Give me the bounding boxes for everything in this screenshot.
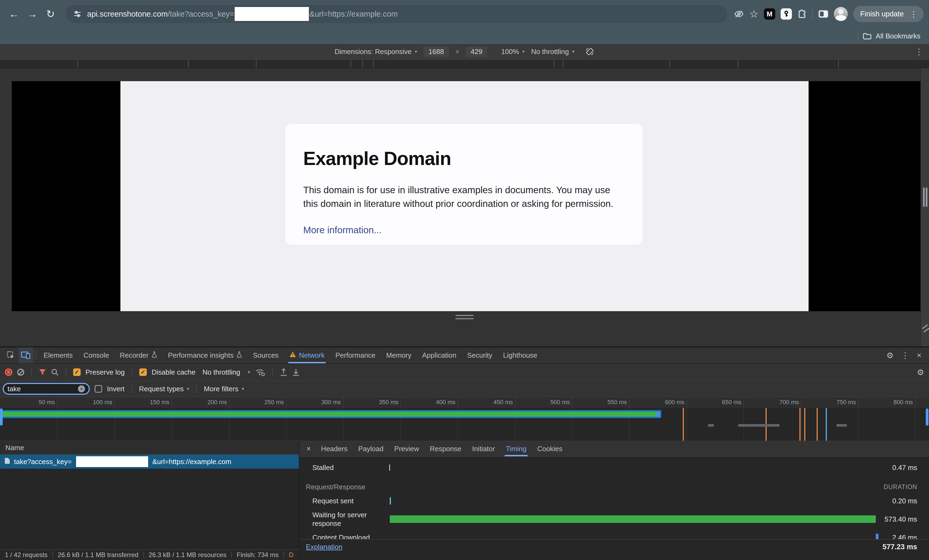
reload-icon[interactable]: ↻: [42, 5, 59, 23]
invert-label[interactable]: Invert: [107, 385, 124, 393]
overview-gridline: [858, 408, 858, 441]
toolbar-divider: [272, 368, 273, 376]
disable-cache-label[interactable]: Disable cache: [152, 368, 195, 376]
clear-network-log-icon[interactable]: [17, 369, 24, 376]
media-query-bar[interactable]: [0, 59, 929, 68]
devtools-settings-icon[interactable]: ⚙: [883, 351, 897, 360]
side-panel-icon[interactable]: [818, 10, 828, 18]
timing-bar-cell: [389, 530, 878, 539]
tab-performance-insights[interactable]: Performance insights: [162, 347, 248, 363]
network-throttling-dropdown[interactable]: No throttling ▾: [202, 368, 250, 376]
name-column-header[interactable]: Name: [0, 441, 299, 454]
devtools-menu-icon[interactable]: ⋮: [898, 351, 912, 360]
network-settings-icon[interactable]: ⚙: [917, 367, 924, 377]
tab-performance[interactable]: Performance: [330, 347, 381, 363]
site-settings-icon[interactable]: [73, 10, 82, 18]
detail-tab-preview[interactable]: Preview: [389, 441, 425, 456]
back-icon[interactable]: ←: [5, 5, 23, 23]
corner-resize-handle[interactable]: [923, 327, 929, 332]
filter-input-wrap: ×: [3, 383, 90, 395]
timing-row-value: 573.40 ms: [878, 515, 929, 523]
extension-m-icon[interactable]: M: [764, 8, 775, 20]
rotate-device-icon[interactable]: [585, 47, 594, 56]
network-overview[interactable]: [0, 408, 929, 441]
tabbar-divider: [35, 351, 36, 360]
tab-network[interactable]: Network: [284, 347, 330, 363]
bookmark-star-icon[interactable]: ☆: [750, 8, 759, 20]
zoom-dropdown[interactable]: 100%▾: [501, 47, 525, 56]
tab-elements[interactable]: Elements: [38, 347, 78, 363]
tab-lighthouse[interactable]: Lighthouse: [498, 347, 543, 363]
detail-tab-initiator[interactable]: Initiator: [467, 441, 500, 456]
request-types-dropdown[interactable]: Request types▾: [139, 385, 189, 393]
filter-icon[interactable]: [39, 369, 46, 376]
record-network-log-icon[interactable]: [5, 369, 12, 376]
clear-filter-icon[interactable]: ×: [78, 386, 85, 392]
invert-checkbox[interactable]: [95, 385, 102, 393]
device-width-field[interactable]: 1688: [424, 46, 449, 57]
detail-tab-timing[interactable]: Timing: [500, 441, 532, 456]
detail-tab-cookies[interactable]: Cookies: [532, 441, 568, 456]
device-toolbar-toggle-icon[interactable]: [18, 347, 33, 363]
table-row[interactable]: take?access_key=&url=https://example.com: [0, 454, 299, 469]
search-icon[interactable]: [51, 369, 58, 376]
toolbar-divider: [66, 368, 66, 376]
profile-avatar[interactable]: [834, 7, 848, 21]
experiment-flask-icon: [236, 351, 242, 360]
overview-left-handle[interactable]: [0, 409, 3, 425]
browser-menu-icon[interactable]: ⋮: [906, 9, 921, 19]
close-detail-icon[interactable]: ×: [302, 444, 316, 453]
network-conditions-icon[interactable]: [255, 368, 265, 376]
detail-tab-payload[interactable]: Payload: [353, 441, 389, 456]
preserve-log-checkbox[interactable]: ✓: [73, 369, 81, 376]
forward-icon[interactable]: →: [24, 5, 41, 23]
overview-right-handle[interactable]: [926, 409, 929, 425]
eye-off-icon[interactable]: [734, 10, 744, 18]
finish-update-button[interactable]: Finish update ⋮: [853, 6, 924, 22]
more-information-link[interactable]: More information...: [303, 225, 382, 235]
export-har-icon[interactable]: [292, 368, 300, 376]
bookmarks-bar: All Bookmarks: [0, 28, 929, 44]
address-bar[interactable]: api.screenshotone.com/take?access_key=&u…: [66, 5, 727, 23]
request-name-suffix: &url=https://example.com: [152, 457, 231, 466]
disable-cache-checkbox[interactable]: ✓: [139, 369, 147, 376]
tab-security[interactable]: Security: [462, 347, 498, 363]
import-har-icon[interactable]: [280, 368, 287, 376]
tab-recorder[interactable]: Recorder: [115, 347, 162, 363]
tab-memory[interactable]: Memory: [381, 347, 417, 363]
device-toolbar-menu-icon[interactable]: ⋮: [911, 47, 927, 57]
extension-key-icon[interactable]: [780, 8, 792, 20]
dimensions-dropdown[interactable]: Dimensions: Responsive▾: [335, 47, 417, 56]
network-status-bar: 1 / 42 requests26.6 kB / 1.1 MB transfer…: [0, 549, 299, 560]
width-resize-handle[interactable]: [926, 188, 927, 207]
width-resize-handle[interactable]: [923, 188, 925, 207]
device-height-field[interactable]: 429: [466, 46, 487, 57]
page-title: Example Domain: [303, 148, 623, 169]
preserve-log-label[interactable]: Preserve log: [86, 368, 125, 376]
tab-console[interactable]: Console: [78, 347, 114, 363]
all-bookmarks-label[interactable]: All Bookmarks: [876, 32, 920, 40]
url-text[interactable]: api.screenshotone.com/take?access_key=&u…: [87, 7, 397, 21]
device-throttling-dropdown[interactable]: No throttling▾: [531, 47, 575, 56]
detail-tab-response[interactable]: Response: [425, 441, 467, 456]
request-list: Name take?access_key=&url=https://exampl…: [0, 441, 299, 560]
dimensions-times: ×: [455, 47, 459, 56]
filter-input[interactable]: [8, 385, 67, 393]
extensions-puzzle-icon[interactable]: [797, 9, 807, 19]
devtools-resize-grip[interactable]: [455, 315, 474, 321]
tab-label: Recorder: [120, 351, 149, 360]
status-divider: [143, 552, 144, 558]
overview-selected-request-bar[interactable]: [0, 410, 661, 418]
media-query-tick: [256, 60, 256, 68]
tab-sources[interactable]: Sources: [248, 347, 284, 363]
devtools-close-icon[interactable]: ×: [914, 351, 925, 360]
inspect-element-icon[interactable]: [3, 347, 18, 363]
explanation-link[interactable]: Explanation: [306, 543, 342, 560]
tab-label: Performance: [336, 351, 376, 360]
example-card: Example Domain This domain is for use in…: [285, 124, 642, 245]
tab-application[interactable]: Application: [417, 347, 461, 363]
tab-label: Memory: [386, 351, 412, 360]
detail-tab-headers[interactable]: Headers: [316, 441, 353, 456]
more-filters-dropdown[interactable]: More filters▾: [204, 385, 244, 393]
filter-divider: [132, 384, 132, 393]
